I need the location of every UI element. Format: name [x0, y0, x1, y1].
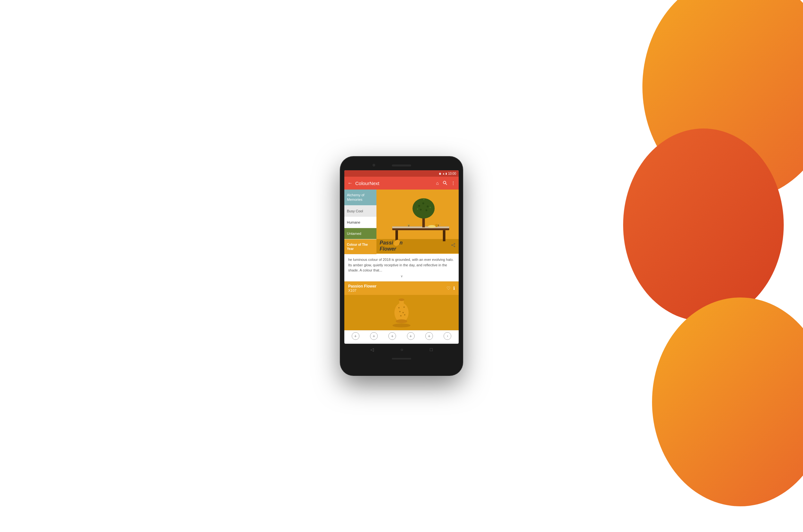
svg-point-9 [413, 198, 435, 218]
home-icon[interactable]: ⌂ [436, 180, 439, 186]
svg-point-34 [398, 307, 400, 308]
svg-point-21 [428, 225, 436, 228]
phone-nav-bar: ◁ ○ □ [344, 345, 459, 354]
category-alchemy[interactable]: Alchemy of Memories [344, 190, 377, 206]
hero-image: Passi⬤nFlower [377, 190, 459, 254]
category-untamed[interactable]: Untamed [344, 228, 377, 239]
color-info-row: Passion Flower X107 ♡ ℹ [344, 281, 459, 295]
back-button[interactable]: ← [347, 180, 353, 186]
nav-recents-icon[interactable]: □ [430, 347, 432, 352]
svg-point-25 [452, 245, 453, 245]
svg-line-27 [452, 244, 454, 245]
background-decoration [578, 0, 803, 532]
category-busy-cool[interactable]: Busy Cool [344, 206, 377, 217]
passion-flower-title: Passi⬤nFlower [380, 239, 403, 252]
info-icon[interactable]: ℹ [453, 286, 455, 291]
plus-button-1[interactable]: + [352, 332, 359, 340]
phone-camera [372, 164, 375, 166]
svg-point-14 [426, 209, 427, 211]
svg-point-24 [454, 243, 455, 244]
like-icon[interactable]: ♡ [446, 286, 451, 291]
svg-point-40 [393, 323, 410, 327]
status-time: 10:00 [448, 172, 456, 175]
svg-point-23 [407, 224, 410, 226]
next-button[interactable]: › [444, 332, 451, 340]
passion-flower-overlay: Passi⬤nFlower [377, 237, 459, 254]
phone-body: ⏰ ▲ ▮ 10:00 ← ColourNext ⌂ [341, 157, 462, 375]
wifi-icon: ▲ [442, 172, 445, 175]
description-section: he luminous colour of 2018 is grounded, … [344, 254, 459, 281]
bottom-toolbar: + + + + + › [344, 330, 459, 342]
color-name: Passion Flower [348, 284, 377, 288]
nav-back-icon[interactable]: ◁ [370, 347, 374, 352]
search-icon[interactable] [443, 180, 447, 186]
svg-line-1 [445, 184, 447, 185]
nav-home-icon[interactable]: ○ [401, 347, 403, 352]
svg-point-19 [438, 223, 441, 226]
phone-top-bezel [344, 160, 459, 170]
status-icons: ⏰ ▲ ▮ [438, 172, 447, 175]
svg-line-28 [452, 245, 454, 246]
svg-point-37 [402, 312, 404, 313]
app-bar: ← ColourNext ⌂ ⋮ [344, 177, 459, 190]
svg-point-10 [418, 205, 420, 207]
color-name-section: Passion Flower X107 [348, 284, 377, 292]
app-bar-icons: ⌂ ⋮ [436, 180, 456, 186]
phone-bottom-bezel [344, 354, 459, 363]
svg-point-36 [399, 311, 401, 312]
phone-screen: ⏰ ▲ ▮ 10:00 ← ColourNext ⌂ [344, 170, 459, 344]
share-icon[interactable] [451, 243, 456, 248]
svg-point-15 [417, 209, 418, 210]
expand-icon[interactable]: ∨ [348, 274, 455, 278]
secondary-image [344, 295, 459, 330]
bg-shape-middle [623, 129, 784, 321]
plus-button-5[interactable]: + [425, 332, 433, 340]
plus-button-3[interactable]: + [388, 332, 396, 340]
category-humane[interactable]: Humane [344, 217, 377, 228]
category-list: Alchemy of Memories Busy Cool Humane Unt… [344, 190, 377, 254]
color-code: X107 [348, 288, 377, 292]
vase-scene-svg [344, 295, 459, 330]
app-title: ColourNext [355, 180, 434, 186]
bg-shape-bottom [652, 298, 803, 506]
alarm-icon: ⏰ [438, 172, 442, 175]
more-options-icon[interactable]: ⋮ [451, 180, 456, 186]
phone-speaker [392, 165, 411, 166]
color-actions: ♡ ℹ [446, 286, 455, 291]
svg-rect-20 [438, 225, 439, 227]
svg-rect-7 [392, 227, 449, 228]
status-bar: ⏰ ▲ ▮ 10:00 [344, 170, 459, 177]
svg-point-12 [427, 206, 429, 208]
screen-content: Alchemy of Memories Busy Cool Humane Unt… [344, 190, 459, 344]
svg-point-39 [404, 314, 405, 316]
svg-point-26 [454, 246, 455, 247]
svg-point-11 [422, 203, 424, 204]
svg-point-33 [396, 319, 407, 323]
svg-point-32 [399, 299, 404, 301]
bottom-speaker [392, 358, 411, 360]
top-section: Alchemy of Memories Busy Cool Humane Unt… [344, 190, 459, 254]
svg-point-17 [423, 199, 425, 200]
svg-point-13 [420, 209, 422, 211]
svg-point-16 [429, 207, 431, 208]
category-colour-year[interactable]: Colour of The Year [344, 239, 377, 254]
plus-button-2[interactable]: + [370, 332, 378, 340]
battery-icon: ▮ [445, 172, 447, 175]
description-text: he luminous colour of 2018 is grounded, … [348, 257, 455, 273]
svg-point-38 [400, 315, 402, 317]
phone-mockup: ⏰ ▲ ▮ 10:00 ← ColourNext ⌂ [341, 157, 462, 375]
plus-button-4[interactable]: + [407, 332, 415, 340]
svg-point-35 [403, 306, 405, 308]
